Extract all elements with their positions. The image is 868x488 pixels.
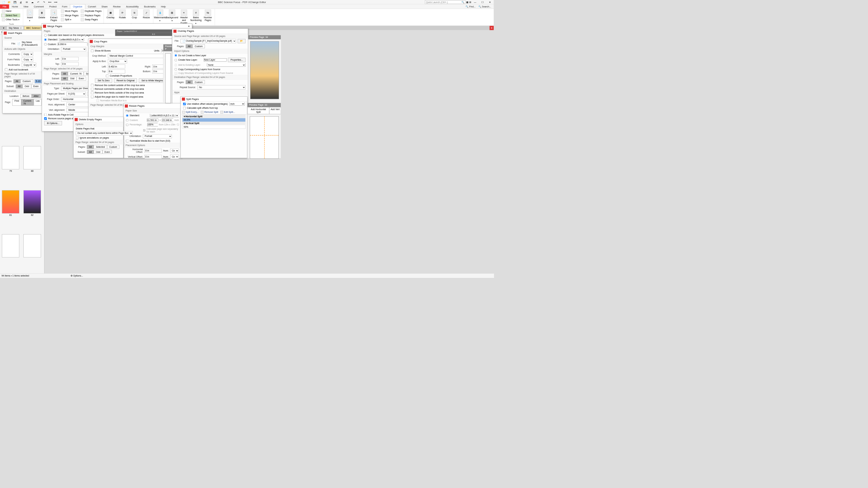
- custom-radio[interactable]: [126, 119, 128, 121]
- normalize-checkbox[interactable]: [126, 140, 129, 142]
- cloud-icon[interactable]: ☁: [30, 0, 35, 4]
- find-button[interactable]: 🔍 Find...: [466, 5, 475, 8]
- custom-h-input[interactable]: [162, 118, 173, 122]
- properties-button[interactable]: Properties...: [228, 58, 246, 62]
- custom-radio[interactable]: [44, 43, 46, 45]
- search-button[interactable]: 🔍 Search...: [478, 5, 491, 8]
- pps-select[interactable]: 6 (2/3): [66, 92, 86, 96]
- use-relative-checkbox[interactable]: [183, 103, 186, 105]
- calc-size-radio[interactable]: [44, 34, 46, 36]
- percent-input[interactable]: [147, 123, 158, 126]
- vfrom-select[interactable]: Cent: [170, 155, 179, 159]
- list-item[interactable]: 44.5%: [182, 118, 245, 122]
- subset-segment[interactable]: AllOddEven: [16, 84, 41, 88]
- dest-pages-segment[interactable]: AllCustom: [186, 80, 205, 84]
- voff-input[interactable]: [144, 155, 162, 159]
- calc-top-checkbox[interactable]: [183, 107, 186, 109]
- thumbnail[interactable]: 81: [1, 190, 20, 231]
- copy-layers-radio[interactable]: [175, 68, 177, 70]
- options-button[interactable]: ⚙ Options...: [44, 121, 62, 125]
- custom-range-input[interactable]: [35, 79, 42, 83]
- location-segment[interactable]: BeforeAfter: [20, 94, 41, 98]
- doctab-sky-news[interactable]: Sky News✕: [6, 26, 24, 30]
- minimize-button[interactable]: —: [472, 0, 478, 4]
- rotate-button[interactable]: ⟳Rotate: [117, 9, 128, 19]
- accessibility-tab[interactable]: Accessibility: [123, 4, 141, 9]
- orientation-select[interactable]: Portrait: [143, 134, 172, 139]
- subset-segment[interactable]: AllOddEven: [87, 150, 112, 154]
- resize-button[interactable]: ⤢Resize: [141, 9, 152, 19]
- browse-button[interactable]: 📂: [238, 39, 245, 43]
- insert-pages-button[interactable]: 📄Insert▾: [24, 9, 36, 22]
- standard-radio[interactable]: [126, 114, 128, 117]
- adjust-size-checkbox[interactable]: [91, 96, 94, 98]
- crop-top-input[interactable]: [108, 69, 125, 73]
- select-text-tool[interactable]: Select Text: [1, 14, 20, 17]
- orientation-select[interactable]: Portrait: [61, 47, 86, 52]
- file-value[interactable]: Sky News (F:\Education\S: [22, 41, 41, 46]
- add-vertical-split-button[interactable]: Add Vert: [269, 107, 281, 114]
- overlay-file-select[interactable]: 📄 OverlaySample (F:\_tmp\OverlaySample.p…: [180, 39, 236, 43]
- hand-tool[interactable]: Hand: [1, 9, 20, 13]
- bookmarks-tab[interactable]: Bookmarks: [141, 4, 158, 9]
- thumbnail[interactable]: 82: [23, 190, 42, 231]
- thumbnail[interactable]: [1, 234, 20, 272]
- delete-cond-select[interactable]: Do not contain any content items within …: [76, 131, 133, 136]
- close-button[interactable]: ✕: [487, 0, 493, 4]
- background-button[interactable]: ▧Background▾: [166, 9, 178, 22]
- order-select[interactable]: Horizontal: [61, 97, 92, 102]
- add-root-bookmark-checkbox[interactable]: [5, 68, 7, 71]
- home-tab[interactable]: Home: [9, 4, 21, 9]
- status-options[interactable]: ⚙ Options...: [71, 274, 83, 277]
- pages-segment[interactable]: AllCustom:: [14, 79, 33, 83]
- share-tab[interactable]: Share: [99, 4, 110, 9]
- quick-launch-input[interactable]: Quick Launch (Ctrl+.)🔍: [425, 0, 465, 4]
- open-icon[interactable]: 📂: [6, 0, 12, 4]
- standard-size-select[interactable]: Letter/ANSI A (8.5 x 11 in): [59, 38, 84, 41]
- redo-icon[interactable]: ↷: [41, 0, 47, 4]
- extract-pages-button[interactable]: 📑Extract Pages: [48, 9, 59, 22]
- help-tab[interactable]: Help: [158, 4, 169, 9]
- swap-pages-button[interactable]: Swap Pages: [80, 18, 102, 21]
- standard-select[interactable]: Letter/ANSI A (8.5 x 11 in): [150, 114, 179, 117]
- revert-button[interactable]: Revert to Original: [114, 79, 137, 83]
- organize-tab[interactable]: Organize: [70, 4, 85, 9]
- merge-pages-button[interactable]: Merge Pages: [60, 14, 79, 17]
- nav-back-icon[interactable]: ⟵: [47, 0, 53, 4]
- info-icon[interactable]: ⓘ: [177, 123, 179, 126]
- pages-segment[interactable]: AllCustom: [186, 44, 205, 48]
- crop-left-input[interactable]: [108, 65, 125, 68]
- ui-options-icon[interactable]: ▦: [466, 1, 468, 3]
- margin-left-input[interactable]: [61, 57, 78, 61]
- new-layer-radio[interactable]: [175, 59, 177, 61]
- new-layer-input[interactable]: [204, 58, 227, 62]
- layout-icon[interactable]: ⊞: [469, 1, 471, 3]
- edit-split-button[interactable]: Edit Split...: [220, 111, 235, 114]
- overlay-button[interactable]: ▦Overlay: [105, 9, 116, 19]
- standard-radio[interactable]: [44, 38, 46, 41]
- subset-segment[interactable]: AllOddEven: [61, 77, 86, 80]
- set-zero-button[interactable]: Set To Zero: [95, 79, 112, 83]
- rem-content-checkbox[interactable]: [91, 84, 94, 86]
- add-horizontal-split-button[interactable]: Add Horizontal Split: [248, 107, 269, 114]
- watermarks-button[interactable]: 💧Watermarks▾: [155, 9, 166, 22]
- constrain-checkbox[interactable]: [106, 75, 108, 77]
- show-all-boxes-checkbox[interactable]: [91, 49, 94, 52]
- print-icon[interactable]: 🖨: [18, 0, 23, 4]
- remove-source-checkbox[interactable]: [44, 117, 47, 120]
- rem-comments-checkbox[interactable]: [91, 88, 94, 90]
- set-white-button[interactable]: Set to White Margins: [139, 79, 165, 83]
- view-tab[interactable]: View: [21, 4, 31, 9]
- crop-method-select[interactable]: Manual Margin Control: [108, 54, 170, 58]
- custom-w-input[interactable]: [58, 42, 87, 46]
- other-tools[interactable]: Other Tools ▾: [1, 18, 20, 21]
- unit-select[interactable]: inch: [229, 102, 245, 106]
- maximize-button[interactable]: ☐: [479, 0, 486, 4]
- comment-tab[interactable]: Comment: [31, 4, 47, 9]
- save-icon[interactable]: 💾: [12, 0, 18, 4]
- type-select[interactable]: Multiple Pages per Sheet: [61, 86, 92, 91]
- hoff-input[interactable]: [144, 149, 162, 152]
- margin-top-input[interactable]: [61, 62, 78, 66]
- close-icon[interactable]: ✕: [20, 27, 22, 29]
- nav-fwd-icon[interactable]: ⟶: [53, 0, 58, 4]
